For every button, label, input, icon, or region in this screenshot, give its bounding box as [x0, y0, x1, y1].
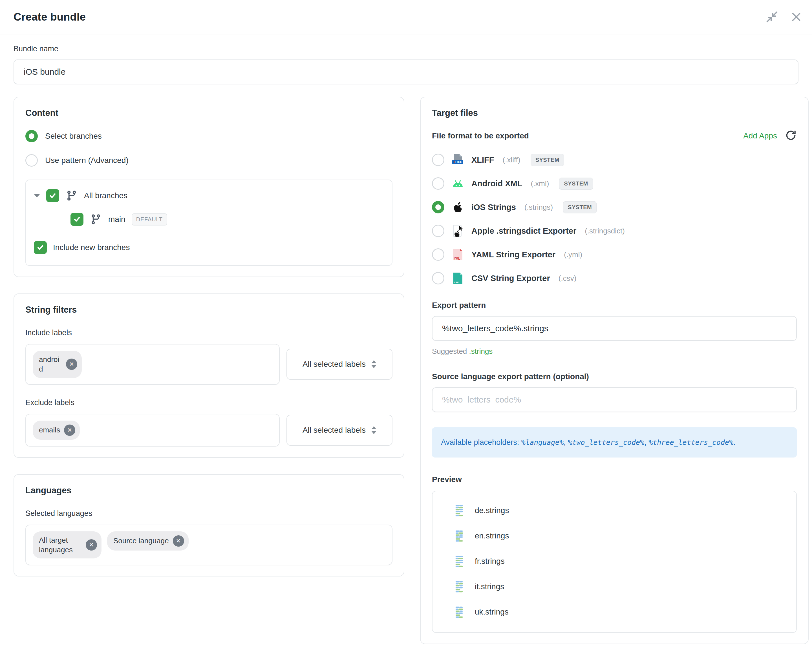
close-icon[interactable]: [788, 9, 804, 25]
include-new-branches-label: Include new branches: [53, 243, 130, 252]
suggested-label: Suggested: [432, 347, 467, 356]
exclude-labels-input[interactable]: emails ✕: [25, 414, 280, 446]
include-labels-label: Include labels: [25, 329, 393, 337]
apple-file-icon: [452, 201, 464, 213]
header-actions: [764, 9, 804, 25]
bundle-name-input[interactable]: [14, 60, 798, 84]
page-title: Create bundle: [14, 11, 86, 23]
radio-select-branches-label: Select branches: [45, 131, 102, 141]
format-row-yaml[interactable]: YML YAML String Exporter (.yml): [432, 248, 797, 261]
svg-text:XLIFF: XLIFF: [453, 160, 462, 164]
languages-card: Languages Selected languages All target …: [14, 474, 404, 577]
exclude-labels-mode-dropdown[interactable]: All selected labels: [286, 415, 393, 446]
format-ext: (.yml): [564, 250, 582, 259]
target-files-title: Target files: [432, 108, 797, 118]
format-radio[interactable]: [432, 177, 444, 190]
format-row-apple-stringsdict[interactable]: Apple .stringsdict Exporter (.stringsdic…: [432, 225, 797, 237]
radio-unselected-icon[interactable]: [25, 154, 38, 167]
default-badge: DEFAULT: [132, 213, 167, 226]
bundle-name-block: Bundle name: [14, 44, 798, 84]
format-row-android-xml[interactable]: Android XML (.xml) SYSTEM: [432, 177, 797, 190]
format-ext: (.xml): [531, 179, 549, 188]
radio-use-pattern[interactable]: Use pattern (Advanced): [25, 154, 393, 167]
add-apps-link[interactable]: Add Apps: [743, 131, 777, 141]
include-labels-mode-dropdown[interactable]: All selected labels: [286, 349, 393, 380]
preview-label: Preview: [432, 475, 797, 484]
remove-chip-icon[interactable]: ✕: [64, 425, 75, 436]
xliff-file-icon: XLIFF: [452, 154, 464, 166]
content-title: Content: [25, 108, 393, 118]
format-name: Android XML: [471, 179, 522, 188]
format-radio[interactable]: [432, 248, 444, 261]
include-labels-input[interactable]: android ✕: [25, 344, 280, 385]
placeholders-info-box: Available placeholders: %language%, %two…: [432, 427, 797, 457]
include-new-branches-row[interactable]: Include new branches: [34, 241, 384, 254]
dropdown-value: All selected labels: [303, 426, 365, 435]
main-branch-label: main: [108, 215, 125, 224]
remove-chip-icon[interactable]: ✕: [173, 535, 184, 547]
chip-label: emails: [39, 425, 60, 435]
chip-label: Source language: [113, 536, 169, 546]
csv-file-icon: csv: [452, 272, 464, 284]
preview-file-row: fr.strings: [455, 555, 788, 567]
format-radio-selected[interactable]: [432, 201, 444, 213]
language-chip-source: Source language ✕: [107, 531, 189, 550]
format-name: XLIFF: [471, 155, 494, 165]
format-name: YAML String Exporter: [471, 250, 555, 259]
refresh-icon[interactable]: [785, 129, 797, 142]
radio-selected-icon[interactable]: [25, 130, 38, 142]
export-pattern-input[interactable]: [432, 316, 797, 341]
format-row-csv[interactable]: csv CSV String Exporter (.csv): [432, 272, 797, 284]
format-ext: (.csv): [558, 274, 577, 283]
git-branch-icon: [66, 189, 78, 202]
string-filters-title: String filters: [25, 305, 393, 315]
format-radio[interactable]: [432, 272, 444, 284]
radio-use-pattern-label: Use pattern (Advanced): [45, 156, 128, 165]
bundle-name-label: Bundle name: [14, 44, 798, 53]
tree-row-all-branches: All branches: [34, 189, 384, 202]
string-filters-card: String filters Include labels android ✕ …: [14, 293, 404, 458]
chip-label: android: [39, 355, 62, 374]
placeholder-two-letters: %two_letters_code%: [568, 439, 644, 446]
format-radio[interactable]: [432, 225, 444, 237]
remove-chip-icon[interactable]: ✕: [86, 539, 97, 550]
placeholders-prefix: Available placeholders:: [441, 438, 519, 446]
format-row-xliff[interactable]: XLIFF XLIFF (.xliff) SYSTEM: [432, 154, 797, 166]
format-radio[interactable]: [432, 154, 444, 166]
suggested-strings-link[interactable]: .strings: [469, 347, 493, 356]
format-row-ios-strings[interactable]: iOS Strings (.strings) SYSTEM: [432, 201, 797, 213]
svg-text:YML: YML: [454, 257, 460, 260]
file-format-label: File format to be exported: [432, 131, 529, 141]
placeholder-language: %language%: [521, 439, 564, 446]
languages-title: Languages: [25, 486, 393, 495]
content-card: Content Select branches Use pattern (Adv…: [14, 97, 404, 277]
strings-file-icon: [455, 555, 468, 567]
svg-text:csv: csv: [454, 281, 459, 284]
chip-label: All target languages: [39, 535, 82, 555]
preview-file-row: en.strings: [455, 530, 788, 542]
strings-file-icon: [455, 606, 468, 618]
preview-file-row: de.strings: [455, 504, 788, 517]
main-branch-checkbox[interactable]: [70, 213, 83, 226]
source-pattern-label: Source language export pattern (optional…: [432, 372, 797, 381]
updown-arrows-icon: [371, 360, 376, 368]
all-branches-label: All branches: [84, 191, 127, 200]
strings-file-icon: [455, 504, 468, 517]
format-ext: (.xliff): [503, 156, 520, 164]
radio-select-branches[interactable]: Select branches: [25, 130, 393, 142]
chevron-down-icon[interactable]: [34, 194, 40, 197]
export-pattern-label: Export pattern: [432, 301, 797, 310]
collapse-icon[interactable]: [764, 9, 780, 25]
system-badge: SYSTEM: [531, 154, 564, 166]
selected-languages-input[interactable]: All target languages ✕ Source language ✕: [25, 525, 393, 565]
git-branch-icon: [90, 213, 102, 226]
strings-file-icon: [455, 530, 468, 542]
format-ext: (.strings): [525, 203, 553, 212]
remove-chip-icon[interactable]: ✕: [66, 359, 77, 370]
updown-arrows-icon: [371, 426, 376, 434]
source-pattern-input[interactable]: [432, 387, 797, 412]
all-branches-checkbox[interactable]: [46, 189, 59, 202]
preview-file-name: uk.strings: [475, 608, 509, 616]
preview-file-row: it.strings: [455, 581, 788, 593]
include-new-branches-checkbox[interactable]: [34, 241, 47, 254]
